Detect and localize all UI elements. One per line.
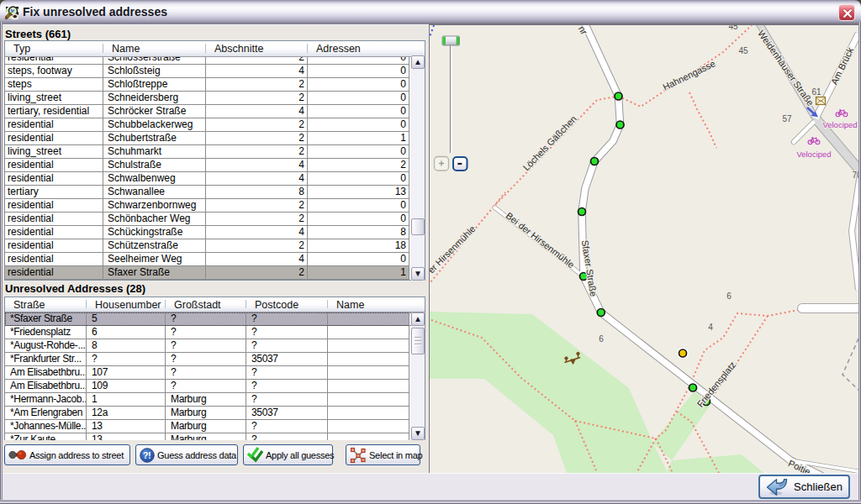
svg-text:4: 4 — [708, 323, 713, 332]
svg-text:70: 70 — [852, 171, 858, 180]
svg-text:6: 6 — [726, 291, 732, 301]
svg-text:Velociped: Velociped — [822, 120, 857, 129]
svg-text:Velociped: Velociped — [796, 150, 831, 159]
svg-text:45: 45 — [728, 25, 738, 31]
svg-text:?!: ?! — [143, 450, 151, 460]
svg-text:57: 57 — [782, 114, 792, 123]
svg-text:6: 6 — [599, 334, 604, 344]
svg-text:61: 61 — [811, 87, 821, 97]
svg-text:45: 45 — [738, 46, 748, 55]
